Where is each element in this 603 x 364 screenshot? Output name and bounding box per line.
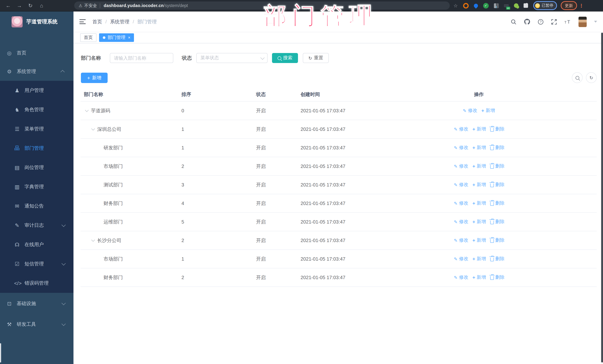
delete-action[interactable]: 删除 — [490, 237, 504, 243]
add-action[interactable]: 新增 — [472, 256, 486, 262]
delete-action[interactable]: 删除 — [490, 163, 504, 169]
hamburger-icon[interactable] — [79, 19, 86, 24]
status-cell: 开启 — [256, 255, 301, 262]
browser-update-button[interactable]: 更新 — [561, 1, 577, 10]
page-tab[interactable]: 部门管理 × — [99, 33, 134, 42]
edit-action[interactable]: 修改 — [454, 182, 468, 188]
address-bar[interactable]: ⚠ 不安全 dashboard.yudao.iocoder.cn /system… — [74, 1, 450, 10]
expand-caret-icon[interactable] — [91, 128, 97, 131]
sidebar-item[interactable]: ☰ 菜单管理 — [0, 119, 73, 139]
edit-icon — [454, 201, 458, 206]
back-icon[interactable]: ← — [4, 3, 13, 9]
search-button[interactable]: 搜索 — [272, 53, 298, 63]
app-logo-row[interactable]: 芋道管理系统 — [0, 11, 73, 32]
star-icon[interactable]: ☆ — [453, 3, 458, 8]
user-avatar[interactable] — [579, 16, 587, 27]
add-action[interactable]: 新增 — [472, 219, 486, 225]
extension-green-key-icon[interactable] — [514, 3, 518, 8]
font-size-icon[interactable]: TT — [564, 19, 571, 25]
expand-caret-icon[interactable] — [91, 239, 97, 242]
add-action[interactable]: 新增 — [481, 108, 495, 114]
extension-blue-drop-icon[interactable] — [473, 3, 479, 8]
add-action[interactable]: 新增 — [472, 274, 486, 281]
toggle-search-button[interactable] — [572, 72, 583, 83]
extension-orange-ring-icon[interactable] — [463, 3, 468, 8]
chevron-down-icon[interactable] — [594, 21, 597, 22]
breadcrumb-item[interactable]: 部门管理 — [129, 18, 157, 25]
reset-button[interactable]: 重置 — [303, 53, 329, 63]
filter-form: 部门名称 状态 菜单状态 搜索 重置 — [81, 53, 329, 63]
github-icon[interactable] — [524, 19, 530, 25]
expand-caret-icon[interactable] — [85, 109, 91, 112]
add-action[interactable]: 新增 — [472, 163, 486, 169]
help-icon[interactable]: ? — [538, 19, 544, 25]
edit-icon — [454, 219, 458, 224]
status-cell: 开启 — [256, 237, 301, 244]
close-icon[interactable]: × — [128, 36, 130, 40]
extensions-puzzle-icon[interactable] — [523, 3, 528, 8]
reload-icon[interactable]: ↻ — [26, 3, 35, 9]
extension-grid-icon[interactable] — [494, 3, 499, 8]
add-action[interactable]: 新增 — [472, 144, 486, 151]
dept-name-input[interactable] — [110, 53, 173, 63]
sidebar-item[interactable]: ⚙ 系统管理 — [0, 62, 73, 81]
page-tab[interactable]: 首页 — [80, 33, 96, 42]
extension-switch-icon[interactable]: on — [504, 3, 509, 8]
forward-icon[interactable]: → — [15, 3, 24, 9]
page-scrollbar[interactable] — [601, 33, 603, 363]
sidebar-item[interactable]: ☑ 短信管理 — [0, 254, 73, 274]
sidebar-item[interactable]: ⚒ 研发工具 — [0, 315, 73, 334]
table-row: 芋道源码 0 开启 2021-01-05 17:03:47 修改 新增 — [81, 101, 597, 120]
sidebar-item[interactable]: ▥ 字典管理 — [0, 177, 73, 197]
browser-profile-chip[interactable]: 已暂停 — [533, 1, 557, 10]
add-action[interactable]: 新增 — [472, 126, 486, 132]
dept-table: 部门名称 排序 状态 创建时间 操作 芋道源码 0 开启 — [81, 88, 597, 287]
edit-action[interactable]: 修改 — [454, 126, 468, 132]
delete-action[interactable]: 删除 — [490, 256, 504, 262]
delete-action[interactable]: 删除 — [490, 126, 504, 132]
edit-action[interactable]: 修改 — [454, 274, 468, 281]
sidebar-item[interactable]: ⊡ 基础设施 — [0, 294, 73, 313]
sidebar-item[interactable]: ✎ 审计日志 — [0, 216, 73, 235]
add-button[interactable]: 新增 — [81, 73, 108, 83]
delete-action[interactable]: 删除 — [490, 219, 504, 225]
sidebar-item[interactable]: ♟ 用户管理 — [0, 81, 73, 100]
sidebar-item[interactable]: 品 部门管理 — [0, 139, 73, 158]
status-select[interactable]: 菜单状态 — [196, 53, 267, 63]
refresh-table-button[interactable] — [586, 72, 597, 83]
edit-action[interactable]: 修改 — [454, 219, 468, 225]
sidebar-item[interactable]: ♞ 角色管理 — [0, 100, 73, 119]
edit-action[interactable]: 修改 — [454, 163, 468, 169]
delete-action[interactable]: 删除 — [490, 200, 504, 207]
edit-action[interactable]: 修改 — [454, 144, 468, 151]
breadcrumb-item[interactable]: 首页 — [93, 18, 102, 25]
sidebar-item[interactable]: ◎ 首页 — [0, 44, 73, 62]
chevron-down-icon — [260, 55, 265, 60]
extension-green-check-icon[interactable]: ✓ — [483, 3, 488, 8]
edit-action[interactable]: 修改 — [454, 237, 468, 243]
sidebar-item[interactable]: ✉ 通知公告 — [0, 197, 73, 216]
edit-action[interactable]: 修改 — [454, 256, 468, 262]
delete-action[interactable]: 删除 — [490, 182, 504, 188]
edit-action[interactable]: 修改 — [463, 108, 477, 114]
delete-action[interactable]: 删除 — [490, 274, 504, 281]
edit-icon — [454, 127, 458, 132]
sidebar-scrollbar[interactable] — [0, 343, 1, 363]
add-action[interactable]: 新增 — [472, 182, 486, 188]
sidebar-item[interactable]: </> 错误码管理 — [0, 274, 73, 293]
add-action[interactable]: 新增 — [472, 237, 486, 243]
kebab-menu-icon[interactable]: ⋮ — [579, 3, 584, 8]
fullscreen-icon[interactable] — [551, 19, 557, 25]
breadcrumb-item[interactable]: 系统管理 — [102, 18, 129, 25]
add-action[interactable]: 新增 — [472, 200, 486, 207]
home-icon[interactable]: ⌂ — [37, 3, 46, 9]
chevron-icon — [62, 223, 66, 227]
chevron-icon — [62, 322, 66, 326]
search-icon[interactable] — [510, 19, 517, 25]
sidebar-item[interactable]: ☊ 在线用户 — [0, 235, 73, 254]
delete-action[interactable]: 删除 — [490, 144, 504, 151]
sidebar-item[interactable]: ▤ 岗位管理 — [0, 158, 73, 177]
edit-action[interactable]: 修改 — [454, 200, 468, 207]
browser-toolbar: ←→↻⌂ ⚠ 不安全 dashboard.yudao.iocoder.cn /s… — [0, 0, 603, 11]
security-label[interactable]: 不安全 — [84, 3, 97, 8]
